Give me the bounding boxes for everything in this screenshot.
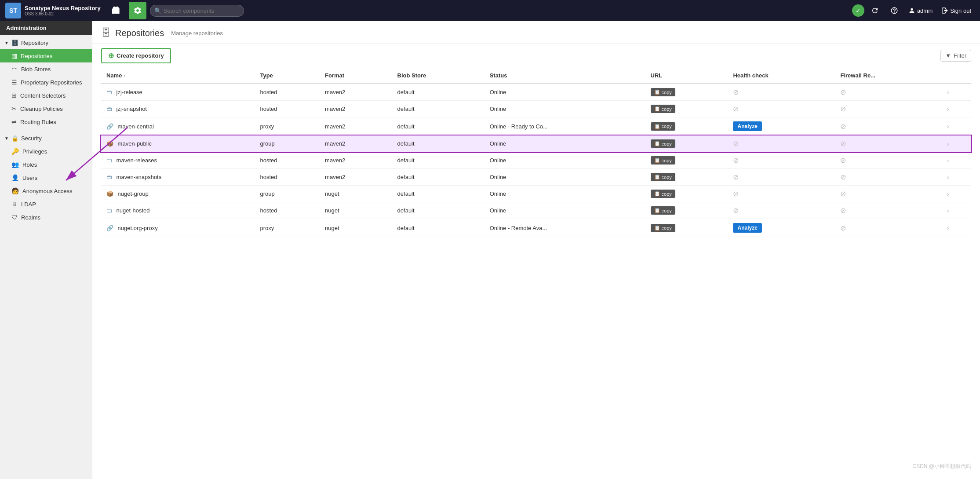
table-row[interactable]: 🗃 maven-snapshots hosted maven2 default … — [101, 169, 971, 186]
cell-blob-store: default — [392, 202, 485, 219]
cell-format: nuget — [320, 219, 392, 237]
table-row[interactable]: 🔗 nuget.org-proxy proxy nuget default On… — [101, 219, 971, 237]
col-header-health-check[interactable]: Health check — [728, 68, 835, 84]
copy-icon: 📋 — [654, 141, 660, 146]
create-repository-button[interactable]: ⊕ Create repository — [101, 48, 171, 63]
search-input[interactable] — [150, 5, 244, 17]
table-row[interactable]: 🗃 jzj-snapshot hosted maven2 default Onl… — [101, 101, 971, 117]
cell-action[interactable]: › — [942, 84, 971, 101]
row-expand-icon[interactable]: › — [947, 89, 949, 96]
col-header-type[interactable]: Type — [255, 68, 320, 84]
cell-action[interactable]: › — [942, 202, 971, 219]
anonymous-icon: 🧑 — [11, 187, 19, 194]
sidebar-group-security[interactable]: ▼ 🔒 Security — [0, 132, 92, 145]
cell-format: maven2 — [320, 101, 392, 117]
sidebar-item-blob-stores[interactable]: 🗃 Blob Stores — [0, 62, 92, 76]
copy-url-button[interactable]: 📋copy — [651, 190, 675, 198]
admin-icon-btn[interactable] — [129, 2, 146, 19]
cell-action[interactable]: › — [942, 101, 971, 117]
cell-health-check: ⊘ — [728, 84, 835, 101]
table-row[interactable]: 📦 maven-public group maven2 default Onli… — [101, 135, 971, 152]
sidebar-item-proprietary[interactable]: ☰ Proprietary Repositories — [0, 76, 92, 89]
sidebar-item-ldap[interactable]: 🖥 LDAP — [0, 197, 92, 211]
signout-button[interactable]: Sign out — [938, 5, 975, 16]
cell-blob-store: default — [392, 84, 485, 101]
copy-url-button[interactable]: 📋copy — [651, 173, 675, 181]
user-menu[interactable]: admin — [905, 5, 936, 16]
sidebar-item-routing-rules[interactable]: ⇌ Routing Rules — [0, 115, 92, 128]
browse-icon-btn[interactable] — [108, 2, 125, 19]
copy-url-button[interactable]: 📋copy — [651, 156, 675, 165]
copy-url-button[interactable]: 📋copy — [651, 206, 675, 215]
realms-icon: 🛡 — [11, 214, 18, 221]
cell-health-check[interactable]: Analyze — [728, 117, 835, 135]
copy-url-button[interactable]: 📋copy — [651, 88, 675, 96]
cell-action[interactable]: › — [942, 117, 971, 135]
sidebar-item-anonymous[interactable]: 🧑 Anonymous Access — [0, 184, 92, 197]
cell-url[interactable]: 📋copy — [645, 202, 728, 219]
sidebar-group-repository[interactable]: ▼ 🗄️ Repository — [0, 37, 92, 49]
sidebar-item-privileges[interactable]: 🔑 Privileges — [0, 145, 92, 158]
cell-url[interactable]: 📋copy — [645, 135, 728, 152]
sidebar-item-users[interactable]: 👤 Users — [0, 171, 92, 184]
cell-action[interactable]: › — [942, 219, 971, 237]
copy-url-button[interactable]: 📋copy — [651, 122, 675, 131]
sidebar-item-cleanup[interactable]: ✂ Cleanup Policies — [0, 102, 92, 115]
row-expand-icon[interactable]: › — [947, 123, 949, 130]
search-wrap: 🔍 — [150, 5, 244, 17]
cell-name: 🔗 maven-central — [101, 117, 255, 135]
cell-action[interactable]: › — [942, 169, 971, 186]
disabled-icon: ⊘ — [733, 157, 739, 164]
row-expand-icon[interactable]: › — [947, 157, 949, 164]
copy-url-button[interactable]: 📋copy — [651, 105, 675, 113]
col-header-firewall[interactable]: Firewall Re... — [835, 68, 941, 84]
cell-action[interactable]: › — [942, 186, 971, 202]
ldap-icon: 🖥 — [11, 201, 18, 208]
cell-url[interactable]: 📋copy — [645, 117, 728, 135]
row-expand-icon[interactable]: › — [947, 174, 949, 181]
table-row[interactable]: 📦 nuget-group group nuget default Online… — [101, 186, 971, 202]
cell-name: 📦 nuget-group — [101, 186, 255, 202]
cell-action[interactable]: › — [942, 135, 971, 152]
col-header-blob-store[interactable]: Blob Store — [392, 68, 485, 84]
cell-url[interactable]: 📋copy — [645, 101, 728, 117]
firewall-disabled-icon: ⊘ — [840, 157, 846, 164]
cell-format: maven2 — [320, 84, 392, 101]
help-btn[interactable] — [885, 2, 903, 19]
cell-firewall: ⊘ — [835, 219, 941, 237]
col-header-status[interactable]: Status — [485, 68, 645, 84]
table-row[interactable]: 🗃 maven-releases hosted maven2 default O… — [101, 152, 971, 169]
cell-blob-store: default — [392, 186, 485, 202]
cell-url[interactable]: 📋copy — [645, 84, 728, 101]
copy-url-button[interactable]: 📋copy — [651, 139, 675, 148]
filter-wrap[interactable]: ▼ Filter — [940, 50, 971, 62]
row-expand-icon[interactable]: › — [947, 190, 949, 197]
cell-action[interactable]: › — [942, 152, 971, 169]
cell-url[interactable]: 📋copy — [645, 186, 728, 202]
cell-blob-store: default — [392, 169, 485, 186]
table-row[interactable]: 🗃 jzj-release hosted maven2 default Onli… — [101, 84, 971, 101]
col-header-url[interactable]: URL — [645, 68, 728, 84]
col-header-name[interactable]: Name ↑ — [101, 68, 255, 84]
sidebar-item-repositories[interactable]: ▦ Repositories — [0, 49, 92, 62]
table-row[interactable]: 🗃 nuget-hosted hosted nuget default Onli… — [101, 202, 971, 219]
sidebar-item-realms[interactable]: 🛡 Realms — [0, 211, 92, 224]
sidebar-item-roles[interactable]: 👥 Roles — [0, 158, 92, 171]
table-row[interactable]: 🔗 maven-central proxy maven2 default Onl… — [101, 117, 971, 135]
analyze-button[interactable]: Analyze — [733, 121, 761, 131]
row-expand-icon[interactable]: › — [947, 224, 949, 231]
cell-url[interactable]: 📋copy — [645, 152, 728, 169]
cell-url[interactable]: 📋copy — [645, 219, 728, 237]
row-expand-icon[interactable]: › — [947, 207, 949, 214]
copy-url-button[interactable]: 📋copy — [651, 224, 675, 232]
refresh-btn[interactable] — [866, 2, 884, 19]
row-expand-icon[interactable]: › — [947, 106, 949, 113]
cell-url[interactable]: 📋copy — [645, 169, 728, 186]
cell-health-check[interactable]: Analyze — [728, 219, 835, 237]
row-expand-icon[interactable]: › — [947, 140, 949, 147]
sidebar-label-proprietary: Proprietary Repositories — [21, 79, 82, 86]
sidebar-item-content-selectors[interactable]: ⊞ Content Selectors — [0, 89, 92, 102]
analyze-button[interactable]: Analyze — [733, 223, 761, 233]
col-header-format[interactable]: Format — [320, 68, 392, 84]
repo-type-icon: 🔗 — [106, 225, 113, 231]
